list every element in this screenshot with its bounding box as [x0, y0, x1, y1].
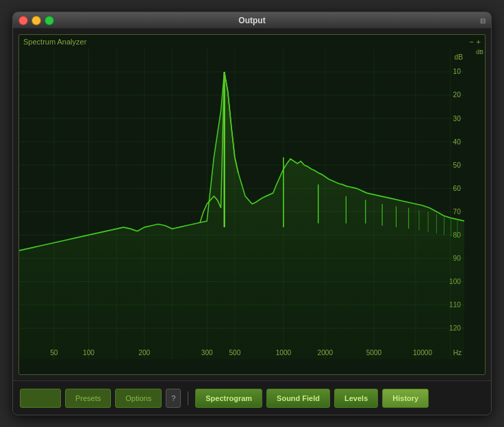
svg-text:200: 200	[138, 348, 150, 357]
toolbar-separator	[188, 391, 188, 405]
svg-text:30: 30	[453, 114, 461, 122]
svg-text:20: 20	[453, 90, 461, 99]
svg-text:1000: 1000	[276, 348, 292, 357]
db-unit-label: dB	[476, 49, 483, 55]
svg-text:50: 50	[50, 348, 58, 357]
help-button[interactable]: ?	[166, 389, 181, 408]
svg-text:300: 300	[201, 348, 213, 357]
spectrum-plus-button[interactable]: +	[477, 38, 481, 46]
spectrum-panel: Spectrum Analyzer − + dB	[18, 34, 486, 375]
main-content: Spectrum Analyzer − + dB	[13, 29, 491, 380]
levels-button[interactable]: Levels	[334, 389, 378, 408]
window-resize-icon: ⊟	[480, 16, 486, 24]
spectrum-controls: − +	[469, 38, 481, 46]
svg-text:40: 40	[453, 137, 461, 146]
spectrum-svg: 10 20 30 40 50 60 70 80 90 100 110 120	[19, 49, 464, 359]
presets-button[interactable]: Presets	[65, 389, 111, 408]
unnamed-left-button[interactable]	[20, 389, 61, 408]
svg-text:2000: 2000	[318, 348, 333, 357]
svg-text:dB: dB	[455, 52, 463, 61]
window-right-controls: ⊟	[480, 16, 486, 24]
window-controls	[18, 16, 54, 25]
spectrum-analyzer-label: Spectrum Analyzer	[23, 38, 86, 46]
svg-text:500: 500	[229, 348, 240, 357]
y-axis: dB	[464, 49, 485, 359]
spectrum-minus-button[interactable]: −	[469, 38, 473, 46]
svg-text:50: 50	[453, 160, 461, 169]
main-window: Output ⊟ Spectrum Analyzer − + dB	[12, 12, 492, 415]
maximize-button[interactable]	[45, 16, 54, 25]
spectrum-chart: 10 20 30 40 50 60 70 80 90 100 110 120	[19, 49, 464, 359]
spectrogram-button[interactable]: Spectrogram	[195, 389, 262, 408]
title-bar: Output ⊟	[13, 12, 491, 29]
svg-text:60: 60	[453, 183, 461, 192]
svg-text:100: 100	[83, 348, 94, 357]
close-button[interactable]	[18, 16, 28, 25]
svg-text:10000: 10000	[413, 348, 432, 357]
svg-text:5000: 5000	[366, 348, 382, 357]
bottom-toolbar: Presets Options ? Spectrogram Sound Fiel…	[13, 380, 491, 415]
svg-text:70: 70	[453, 207, 461, 216]
minimize-button[interactable]	[32, 16, 41, 25]
options-button[interactable]: Options	[115, 389, 162, 408]
svg-text:Hz: Hz	[453, 348, 462, 357]
svg-text:10: 10	[453, 67, 461, 76]
history-button[interactable]: History	[382, 389, 429, 408]
sound-field-button[interactable]: Sound Field	[266, 389, 330, 408]
window-title: Output	[238, 16, 265, 25]
footer: INSIGHT iZotope Insight ✦ iZotope	[13, 415, 491, 415]
